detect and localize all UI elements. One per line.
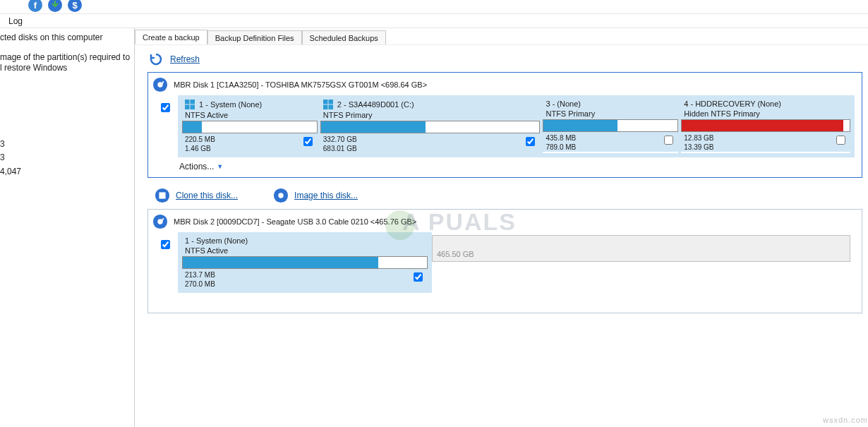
- refresh-icon[interactable]: [149, 52, 163, 66]
- total-size: 683.01 GB: [323, 144, 357, 153]
- used-size: 213.7 MB: [185, 270, 215, 279]
- disk1-header: MBR Disk 1 [C1AA3250] - TOSHIBA MK7575GS…: [148, 73, 862, 95]
- clone-disk-icon: [155, 188, 170, 203]
- harddisk-icon: [152, 77, 168, 92]
- used-size: 435.8 MB: [545, 133, 576, 143]
- unallocated-size: 465.50 GB: [437, 250, 474, 258]
- windows-icon: [323, 100, 333, 109]
- image-disk-link[interactable]: Image this disk...: [294, 191, 358, 200]
- partition-checkbox[interactable]: [664, 136, 673, 145]
- chevron-down-icon: ▼: [217, 163, 223, 170]
- watermark-credit: wsxdn.com: [823, 416, 868, 424]
- total-size: 270.0 MB: [185, 279, 215, 289]
- disk1-title: MBR Disk 1 [C1AA3250] - TOSHIBA MK7575GS…: [174, 80, 427, 89]
- facebook-icon: f: [28, 0, 42, 12]
- partition-2[interactable]: 2 - S3A4489D001 (C:) NTFS Primary 332.70…: [320, 98, 541, 153]
- usage-bar: [320, 121, 541, 133]
- main-panel: Create a backup Backup Definition Files …: [134, 28, 868, 427]
- total-size: 789.0 MB: [545, 143, 576, 152]
- left-sidebar: cted disks on this computer mage of the …: [0, 28, 134, 182]
- usage-bar: [182, 121, 318, 133]
- partition-label: 4 - HDDRECOVERY (None): [684, 100, 781, 108]
- partition-label: 1 - System (None): [199, 100, 262, 109]
- globe-download-icon: [48, 0, 62, 12]
- disk-panel-1: MBR Disk 1 [C1AA3250] - TOSHIBA MK7575GS…: [147, 72, 862, 178]
- partition-type: NTFS Active: [182, 111, 318, 121]
- partition-checkbox[interactable]: [303, 137, 313, 146]
- disk2-checkbox[interactable]: [161, 240, 170, 249]
- used-size: 12.83 GB: [684, 133, 713, 143]
- disk1-partitions: 1 - System (None) NTFS Active 220.5 MB1.…: [178, 95, 855, 157]
- disk2-title: MBR Disk 2 [0009DCD7] - Seagate USB 3.0 …: [174, 217, 416, 226]
- partition-4[interactable]: 4 - HDDRECOVERY (None) Hidden NTFS Prima…: [681, 98, 850, 153]
- partition-checkbox[interactable]: [526, 137, 535, 146]
- svg-point-16: [278, 193, 283, 198]
- unallocated-block: 465.50 GB: [432, 235, 850, 262]
- tab-create-backup[interactable]: Create a backup: [135, 30, 207, 44]
- svg-rect-13: [323, 104, 333, 105]
- usage-bar: [182, 256, 428, 269]
- toolbar-icons: f $: [28, 0, 82, 12]
- actions-dropdown[interactable]: Actions...: [179, 162, 214, 172]
- partition-label: 3 - (None): [545, 100, 581, 108]
- sidebar-fragment-3: 4,047: [0, 167, 131, 178]
- log-button[interactable]: Log: [8, 16, 23, 26]
- sidebar-text-1: cted disks on this computer: [0, 32, 131, 44]
- harddisk-icon: [152, 214, 168, 229]
- partition-label: 2 - S3A4489D001 (C:): [337, 100, 414, 109]
- partition-type: NTFS Primary: [320, 111, 541, 121]
- disk-links: Clone this disk... Image this disk...: [147, 184, 862, 209]
- usage-bar: [681, 119, 850, 132]
- clone-disk-link[interactable]: Clone this disk...: [176, 191, 238, 200]
- disk-panel-2: MBR Disk 2 [0009DCD7] - Seagate USB 3.0 …: [147, 209, 862, 313]
- partition-checkbox[interactable]: [414, 272, 423, 282]
- tab-scheduled-backups[interactable]: Scheduled Backups: [302, 30, 386, 44]
- partition-1[interactable]: 1 - System (None) NTFS Active 213.7 MB27…: [182, 235, 428, 289]
- partition-label: 1 - System (None): [185, 236, 248, 245]
- content: Refresh MBR Disk 1 [C1AA3250] - TOSHIBA …: [135, 45, 868, 313]
- tab-bar: Create a backup Backup Definition Files …: [135, 28, 868, 45]
- total-size: 13.39 GB: [684, 143, 713, 152]
- partition-type: NTFS Active: [182, 246, 428, 256]
- partition-1[interactable]: 1 - System (None) NTFS Active 220.5 MB1.…: [182, 98, 318, 153]
- top-strip: f $: [0, 0, 868, 14]
- usage-bar: [543, 119, 678, 132]
- disk1-checkbox[interactable]: [161, 103, 170, 112]
- dollar-icon: $: [68, 0, 82, 12]
- sidebar-text-2: mage of the partition(s) required to l r…: [0, 52, 131, 74]
- sidebar-fragment-2: 3: [0, 152, 131, 164]
- svg-rect-10: [185, 104, 195, 105]
- svg-text:f: f: [34, 0, 37, 11]
- partition-type: NTFS Primary: [543, 109, 678, 119]
- refresh-link[interactable]: Refresh: [170, 54, 200, 64]
- windows-icon: [185, 100, 195, 109]
- svg-text:$: $: [72, 0, 78, 11]
- refresh-row: Refresh: [149, 52, 862, 66]
- toolbar: Log: [0, 14, 868, 28]
- partition-type: Hidden NTFS Primary: [681, 109, 850, 119]
- disk2-header: MBR Disk 2 [0009DCD7] - Seagate USB 3.0 …: [148, 210, 862, 232]
- total-size: 1.46 GB: [185, 144, 215, 153]
- sidebar-fragment-1: 3: [0, 139, 131, 150]
- partition-checkbox[interactable]: [836, 136, 845, 145]
- used-size: 332.70 GB: [323, 135, 357, 144]
- partition-3[interactable]: 3 - (None) NTFS Primary 435.8 MB789.0 MB: [543, 98, 678, 153]
- image-disk-icon: [273, 188, 289, 203]
- used-size: 220.5 MB: [185, 135, 215, 144]
- tab-definition-files[interactable]: Backup Definition Files: [207, 30, 302, 44]
